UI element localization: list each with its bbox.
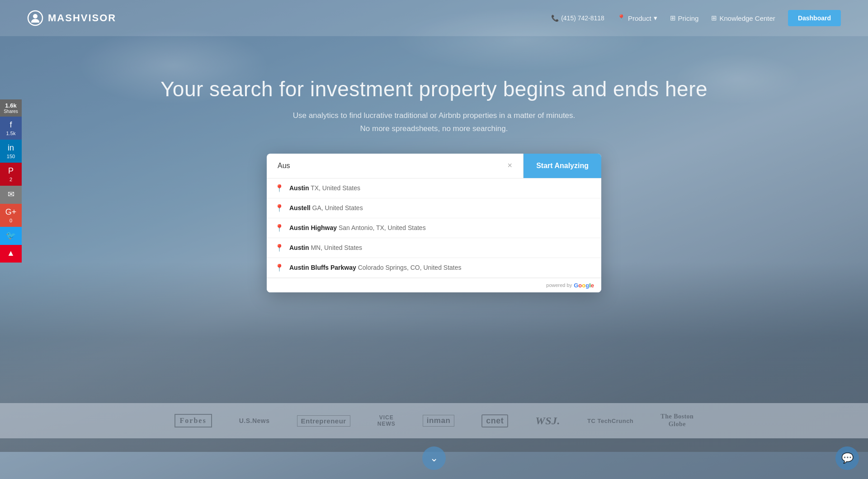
media-logos-bar: Forbes U.S.News Entrepreneur VICENEWS in… bbox=[0, 403, 868, 438]
item-light-3: MN, United States bbox=[309, 244, 363, 251]
google-logo: Google bbox=[574, 282, 594, 289]
media-logo-wsj: WSJ. bbox=[535, 415, 560, 427]
search-input[interactable] bbox=[274, 154, 504, 178]
dropdown-item-2[interactable]: 📍 Austin Highway San Antonio, TX, United… bbox=[267, 218, 601, 238]
dropdown-item-0[interactable]: 📍 Austin TX, United States bbox=[267, 178, 601, 198]
brand-logo[interactable]: MASHVISOR bbox=[27, 10, 116, 26]
search-widget: × Start Analyzing 📍 Austin TX, United St… bbox=[267, 154, 601, 292]
googleplus-count: 0 bbox=[9, 218, 12, 223]
nav-pricing[interactable]: ⊞ Pricing bbox=[670, 14, 699, 22]
facebook-icon: f bbox=[9, 120, 12, 130]
product-label: Product bbox=[628, 14, 651, 22]
media-logo-bostonglobe: The BostonGlobe bbox=[660, 413, 693, 428]
linkedin-share-button[interactable]: in 150 bbox=[0, 140, 22, 163]
hero-subtitle: Use analytics to find lucrative traditio… bbox=[0, 109, 868, 136]
item-bold-3: Austin bbox=[289, 244, 309, 251]
knowledge-icon: ⊞ bbox=[711, 14, 717, 22]
nav-knowledge-center[interactable]: ⊞ Knowledge Center bbox=[711, 14, 775, 22]
nav-phone: 📞 (415) 742-8118 bbox=[551, 14, 604, 22]
facebook-share-button[interactable]: f 1.5k bbox=[0, 117, 22, 140]
item-light-1: GA, United States bbox=[311, 204, 363, 211]
brand-name: MASHVISOR bbox=[48, 12, 116, 24]
item-light-2: San Antonio, TX, United States bbox=[337, 224, 426, 231]
item-bold-1: Austell bbox=[289, 204, 311, 211]
phone-number: (415) 742-8118 bbox=[561, 14, 604, 22]
media-logo-usnews: U.S.News bbox=[239, 417, 270, 424]
pinterest-count: 2 bbox=[9, 177, 12, 182]
powered-by: powered by Google bbox=[267, 278, 601, 292]
phone-icon: 📞 bbox=[551, 14, 559, 22]
media-logo-cnet: cnet bbox=[481, 414, 508, 427]
search-top: × Start Analyzing bbox=[267, 154, 601, 178]
hero-section: Your search for investment property begi… bbox=[0, 36, 868, 292]
product-arrow-icon: ▾ bbox=[654, 14, 657, 22]
facebook-count: 1.5k bbox=[6, 131, 16, 136]
svg-point-1 bbox=[33, 14, 38, 19]
producthunt-share-button[interactable]: ▲ bbox=[0, 245, 22, 263]
brand-svg-icon bbox=[27, 10, 43, 26]
googleplus-icon: G+ bbox=[5, 207, 17, 217]
pricing-label: Pricing bbox=[678, 14, 699, 22]
item-bold-4: Austin Bluffs Parkway bbox=[289, 264, 356, 271]
chat-widget-button[interactable]: 💬 bbox=[835, 446, 859, 470]
hero-subtitle-line1: Use analytics to find lucrative traditio… bbox=[293, 111, 576, 120]
hero-subtitle-line2: No more spreadsheets, no more searching. bbox=[360, 124, 508, 133]
item-bold-0: Austin bbox=[289, 184, 309, 192]
share-count: 1.6k Shares bbox=[0, 99, 22, 117]
media-logo-entrepreneur: Entrepreneur bbox=[297, 415, 350, 427]
item-bold-2: Austin Highway bbox=[289, 224, 337, 231]
twitter-share-button[interactable]: 🐦 bbox=[0, 227, 22, 245]
dashboard-label: Dashboard bbox=[798, 14, 831, 22]
item-light-0: TX, United States bbox=[309, 184, 360, 192]
hero-title: Your search for investment property begi… bbox=[0, 77, 868, 101]
linkedin-count: 150 bbox=[7, 154, 15, 159]
start-analyzing-button[interactable]: Start Analyzing bbox=[524, 154, 601, 178]
pricing-icon: ⊞ bbox=[670, 14, 676, 22]
chevron-down-icon: ⌄ bbox=[430, 452, 438, 464]
social-sidebar: 1.6k Shares f 1.5k in 150 P 2 ✉ G+ 0 🐦 ▲ bbox=[0, 99, 22, 263]
knowledge-center-label: Knowledge Center bbox=[719, 14, 775, 22]
item-light-4: Colorado Springs, CO, United States bbox=[356, 264, 462, 271]
search-dropdown: 📍 Austin TX, United States 📍 Austell GA,… bbox=[267, 178, 601, 292]
search-clear-button[interactable]: × bbox=[504, 159, 516, 172]
dropdown-item-3[interactable]: 📍 Austin MN, United States bbox=[267, 238, 601, 258]
dashboard-button[interactable]: Dashboard bbox=[788, 10, 841, 26]
media-logo-inman: inman bbox=[423, 415, 455, 427]
media-logo-vice: VICENEWS bbox=[377, 414, 396, 427]
navbar-right: 📞 (415) 742-8118 📍 Product ▾ ⊞ Pricing ⊞… bbox=[551, 10, 841, 26]
chat-icon: 💬 bbox=[841, 452, 854, 464]
search-input-wrap: × bbox=[267, 154, 524, 178]
media-logo-techcrunch: TC TechCrunch bbox=[587, 418, 633, 424]
linkedin-icon: in bbox=[8, 143, 14, 153]
email-share-button[interactable]: ✉ bbox=[0, 186, 22, 204]
nav-product[interactable]: 📍 Product ▾ bbox=[617, 14, 657, 22]
start-analyzing-label: Start Analyzing bbox=[536, 162, 589, 169]
email-icon: ✉ bbox=[8, 189, 14, 199]
scroll-down-button[interactable]: ⌄ bbox=[422, 446, 446, 470]
pinterest-icon: P bbox=[8, 166, 14, 176]
pin-icon-1: 📍 bbox=[275, 204, 284, 212]
twitter-icon: 🐦 bbox=[6, 230, 16, 240]
pinterest-share-button[interactable]: P 2 bbox=[0, 163, 22, 186]
dropdown-item-1[interactable]: 📍 Austell GA, United States bbox=[267, 198, 601, 218]
media-logo-forbes: Forbes bbox=[175, 414, 212, 427]
googleplus-share-button[interactable]: G+ 0 bbox=[0, 204, 22, 227]
location-icon: 📍 bbox=[617, 14, 626, 22]
share-count-label: Shares bbox=[4, 109, 18, 114]
producthunt-icon: ▲ bbox=[7, 249, 15, 258]
dropdown-item-4[interactable]: 📍 Austin Bluffs Parkway Colorado Springs… bbox=[267, 258, 601, 278]
powered-by-text: powered by bbox=[546, 282, 572, 288]
share-count-number: 1.6k bbox=[5, 102, 16, 109]
pin-icon-2: 📍 bbox=[275, 224, 284, 232]
pin-icon-3: 📍 bbox=[275, 244, 284, 252]
pin-icon-0: 📍 bbox=[275, 184, 284, 193]
navbar: MASHVISOR 📞 (415) 742-8118 📍 Product ▾ ⊞… bbox=[0, 0, 868, 36]
pin-icon-4: 📍 bbox=[275, 263, 284, 272]
